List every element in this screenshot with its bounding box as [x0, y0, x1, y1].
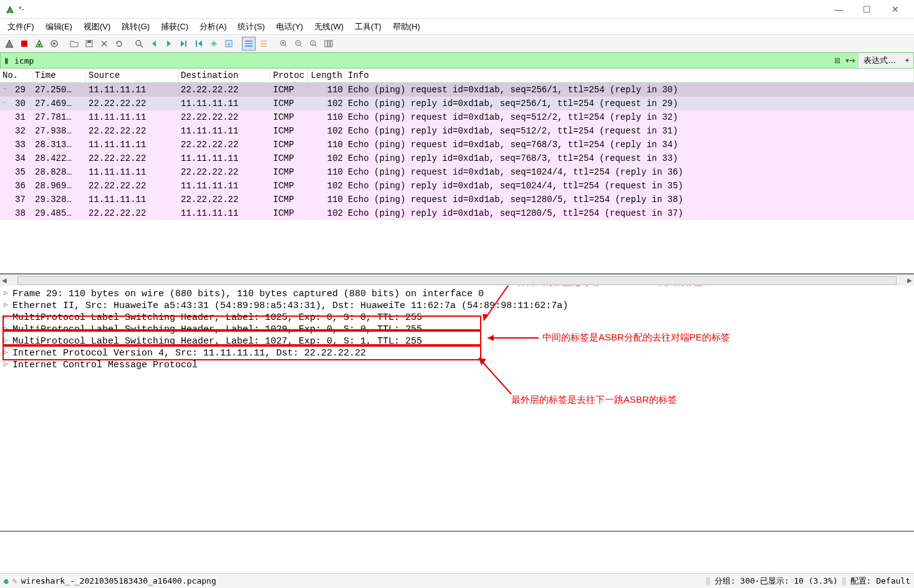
start-capture-icon[interactable]: [2, 37, 16, 51]
annotation-text-1: 最底层的标签是对端VPN-instance相关的标签: [515, 286, 703, 288]
toolbar: 1: [0, 35, 914, 52]
detail-mpls-2[interactable]: ▷MultiProtocol Label Switching Header, L…: [0, 324, 914, 335]
status-dot: ·: [755, 576, 760, 586]
maximize-button[interactable]: ☐: [853, 1, 881, 18]
menu-file[interactable]: 文件(F): [2, 19, 39, 34]
open-file-icon[interactable]: [67, 37, 81, 51]
svg-marker-33: [488, 335, 494, 341]
stop-capture-icon[interactable]: [17, 37, 31, 51]
save-icon[interactable]: [82, 37, 96, 51]
menu-go[interactable]: 跳转(G): [117, 19, 155, 34]
detail-mpls-3[interactable]: ▷MultiProtocol Label Switching Header, L…: [0, 335, 914, 347]
svg-text:1: 1: [312, 41, 314, 46]
packet-list[interactable]: No. Time Source Destination Protoc Lengt…: [0, 69, 914, 274]
svg-line-7: [140, 45, 143, 47]
svg-line-30: [484, 286, 512, 321]
options-icon[interactable]: [47, 37, 61, 51]
menu-telephony[interactable]: 电话(Y): [271, 19, 308, 34]
svg-line-25: [315, 45, 317, 47]
detail-ip[interactable]: ▷Internet Protocol Version 4, Src: 11.11…: [0, 347, 914, 359]
svg-rect-28: [328, 41, 330, 47]
svg-rect-0: [21, 41, 27, 47]
find-icon[interactable]: [132, 37, 146, 51]
packet-row[interactable]: 3328.313…11.11.11.1122.22.22.22ICMP110Ec…: [0, 138, 914, 152]
col-time[interactable]: Time: [32, 69, 86, 82]
packet-row[interactable]: →2927.250…11.11.11.1122.22.22.22ICMP110E…: [0, 83, 914, 97]
menu-capture[interactable]: 捕获(C): [156, 19, 193, 34]
packet-details[interactable]: ▷Frame 29: 110 bytes on wire (880 bits),…: [0, 286, 914, 531]
svg-marker-31: [483, 314, 489, 321]
annotation-arrow-2: [484, 332, 540, 344]
expression-button[interactable]: 表达式…: [858, 53, 901, 68]
packet-row[interactable]: 3528.828…11.11.11.1122.22.22.22ICMP110Ec…: [0, 165, 914, 179]
display-filter-input[interactable]: [12, 55, 832, 67]
zoom-reset-icon[interactable]: 1: [307, 37, 320, 51]
resize-cols-icon[interactable]: [322, 37, 335, 51]
packet-list-hscroll[interactable]: ◀▶: [0, 274, 914, 286]
col-length[interactable]: Length: [308, 69, 345, 82]
detail-icmp[interactable]: ▷Internet Control Message Protocol: [0, 359, 914, 371]
packet-row[interactable]: 3829.485…22.22.22.2211.11.11.11ICMP102Ec…: [0, 206, 914, 220]
status-file: wireshark_-_20210305183430_a16400.pcapng: [21, 576, 216, 586]
titlebar: *- — ☐ ✕: [0, 0, 914, 19]
svg-point-6: [136, 41, 141, 46]
packet-row[interactable]: 3428.422…22.22.22.2211.11.11.11ICMP102Ec…: [0, 152, 914, 165]
col-no[interactable]: No.: [0, 69, 32, 82]
annotation-text-3: 最外层的标签是去往下一跳ASBR的标签: [511, 394, 677, 406]
svg-rect-12: [245, 43, 253, 44]
restart-capture-icon[interactable]: [32, 37, 46, 51]
col-source[interactable]: Source: [86, 69, 178, 82]
col-protocol[interactable]: Protoc: [271, 69, 308, 82]
col-destination[interactable]: Destination: [178, 69, 271, 82]
packet-row[interactable]: 3227.938…22.22.22.2211.11.11.11ICMP102Ec…: [0, 124, 914, 138]
detail-frame[interactable]: ▷Frame 29: 110 bytes on wire (880 bits),…: [0, 288, 914, 300]
bookmark-icon[interactable]: ▮: [1, 56, 12, 65]
status-packets: 分组: 300: [714, 576, 755, 587]
autoscroll-icon[interactable]: [222, 37, 236, 51]
packet-row[interactable]: 3628.969…22.22.22.2211.11.11.11ICMP102Ec…: [0, 179, 914, 193]
svg-rect-11: [245, 41, 253, 42]
menu-analyze[interactable]: 分析(A): [195, 19, 231, 34]
packet-bytes[interactable]: [0, 531, 914, 556]
reload-icon[interactable]: [112, 37, 126, 51]
annotation-arrow-1: [481, 286, 519, 323]
next-icon[interactable]: [162, 37, 176, 51]
status-profile[interactable]: 配置: Default: [850, 576, 910, 587]
packet-row[interactable]: 3729.328…11.11.11.1122.22.22.22ICMP110Ec…: [0, 193, 914, 206]
packet-row[interactable]: 3127.781…11.11.11.1122.22.22.22ICMP110Ec…: [0, 110, 914, 124]
status-expert-icon[interactable]: ✎: [12, 576, 17, 586]
detail-mpls-1[interactable]: ▷MultiProtocol Label Switching Header, L…: [0, 312, 914, 324]
status-displayed: 已显示: 10 (3.3%): [760, 576, 838, 587]
add-filter-button[interactable]: +: [901, 53, 913, 68]
svg-line-34: [479, 358, 511, 394]
close-file-icon[interactable]: [97, 37, 111, 51]
packet-row[interactable]: ←3027.469…22.22.22.2211.11.11.11ICMP102E…: [0, 97, 914, 110]
menu-wireless[interactable]: 无线(W): [309, 19, 349, 34]
first-icon[interactable]: [192, 37, 206, 51]
zoom-in-icon[interactable]: [277, 37, 291, 51]
detail-ethernet[interactable]: ▷Ethernet II, Src: HuaweiTe a5:43:31 (54…: [0, 300, 914, 312]
last-icon[interactable]: [207, 37, 221, 51]
clear-filter-icon[interactable]: ⊠: [832, 56, 843, 65]
app-icon: [5, 4, 15, 14]
col-info[interactable]: Info: [345, 69, 914, 82]
menu-help[interactable]: 帮助(H): [388, 19, 425, 34]
menu-stats[interactable]: 统计(S): [233, 19, 269, 34]
menu-tools[interactable]: 工具(T): [350, 19, 387, 34]
svg-point-3: [53, 42, 55, 45]
window-title: *-: [19, 5, 825, 14]
apply-filter-icon[interactable]: ▾➜: [843, 56, 858, 65]
packet-list-header: No. Time Source Destination Protoc Lengt…: [0, 69, 914, 83]
svg-rect-29: [330, 41, 332, 47]
zoom-out-icon[interactable]: [292, 37, 305, 51]
jump-icon[interactable]: [177, 37, 191, 51]
svg-rect-9: [196, 41, 197, 47]
colorize-icon[interactable]: [242, 37, 256, 51]
menu-view[interactable]: 视图(V): [79, 19, 115, 34]
annotation-arrow-3: [474, 355, 517, 399]
prev-icon[interactable]: [147, 37, 161, 51]
list-icon[interactable]: [257, 37, 271, 51]
close-button[interactable]: ✕: [881, 1, 909, 18]
minimize-button[interactable]: —: [825, 1, 853, 18]
menu-edit[interactable]: 编辑(E): [41, 19, 77, 34]
